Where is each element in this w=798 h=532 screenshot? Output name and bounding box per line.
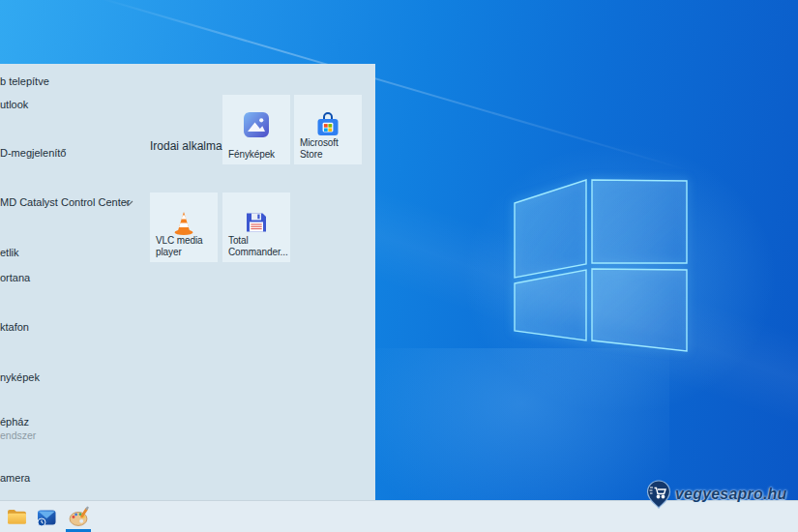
- tile-label: VLC media player: [156, 235, 214, 258]
- app-label: ortana: [0, 272, 30, 283]
- tile-vlc[interactable]: VLC media player: [150, 192, 218, 262]
- taskbar-outlook-button[interactable]: [32, 501, 61, 532]
- desktop: vegyesapro.hu b telepítve utlook D-megje…: [0, 0, 798, 532]
- tile-photos[interactable]: Fényképek: [222, 95, 290, 164]
- tile-microsoft-store[interactable]: Microsoft Store: [294, 95, 362, 164]
- app-label: épház: [0, 416, 29, 428]
- app-list-item-cortana[interactable]: ortana: [0, 272, 143, 295]
- app-list-item-cetlik[interactable]: etlik: [0, 247, 143, 270]
- app-list-item-gephaz[interactable]: épház endszer: [0, 416, 143, 445]
- tile-label: Microsoft Store: [300, 137, 358, 161]
- total-commander-icon: [243, 209, 270, 236]
- app-list-item-outlook[interactable]: utlook: [0, 99, 143, 122]
- app-label: D-megjelenítő: [0, 147, 66, 159]
- tile-total-commander[interactable]: Total Commander...: [222, 192, 290, 262]
- app-list-item-3d-viewer[interactable]: D-megjelenítő: [0, 147, 143, 170]
- app-label: etlik: [0, 247, 19, 258]
- watermark-text: vegyesapro.hu: [675, 486, 787, 503]
- vlc-icon: [169, 209, 198, 238]
- windows-logo: [503, 172, 693, 358]
- app-list-item-fenykepek[interactable]: nyképek: [0, 371, 143, 395]
- app-list-item-amd-catalyst[interactable]: MD Catalyst Control Center: [0, 196, 143, 220]
- app-label: nyképek: [0, 371, 40, 383]
- watermark-pin-icon: [642, 479, 675, 509]
- file-explorer-icon: [7, 509, 27, 525]
- chevron-down-icon[interactable]: [123, 198, 134, 208]
- photos-icon: [243, 111, 270, 138]
- app-list-section-header[interactable]: b telepítve: [0, 75, 143, 99]
- app-list-item-kamera[interactable]: amera: [0, 472, 143, 495]
- paint-icon: [68, 506, 90, 528]
- app-label: MD Catalyst Control Center: [0, 196, 131, 208]
- taskbar-file-explorer-button[interactable]: [2, 501, 31, 532]
- taskbar-paint-button[interactable]: [62, 501, 95, 532]
- app-label: ktafon: [0, 321, 29, 333]
- app-label: utlook: [0, 99, 28, 110]
- app-sublabel: endszer: [0, 429, 36, 441]
- app-list-item-diktafon[interactable]: ktafon: [0, 321, 143, 344]
- outlook-icon: [36, 507, 57, 528]
- tile-label: Total Commander...: [228, 235, 286, 258]
- tile-label: Fényképek: [228, 149, 286, 161]
- app-label: amera: [0, 472, 30, 484]
- start-menu: b telepítve utlook D-megjelenítő MD Cata…: [0, 64, 375, 500]
- section-header-label: b telepítve: [0, 75, 49, 87]
- microsoft-store-icon: [313, 111, 342, 140]
- watermark: vegyesapro.hu: [642, 479, 787, 509]
